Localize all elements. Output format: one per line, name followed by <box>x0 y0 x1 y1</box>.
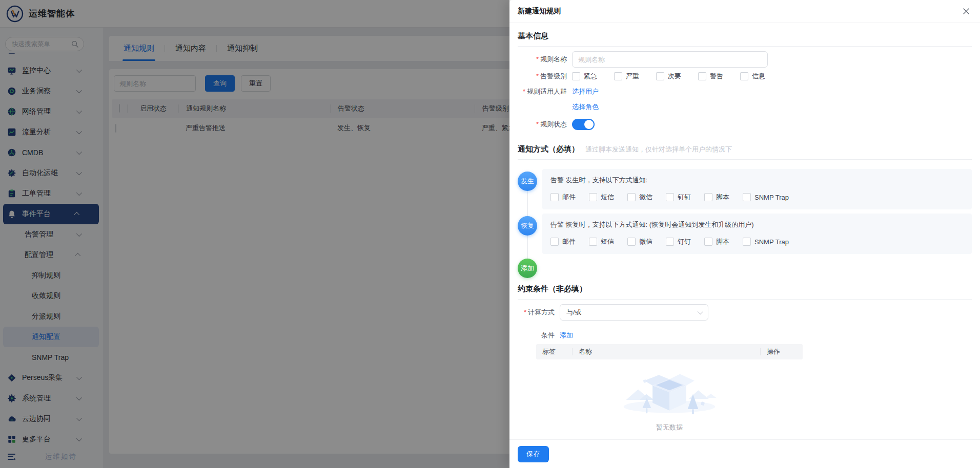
drawer-title: 新建通知规则 <box>518 7 561 16</box>
section-divider <box>518 46 972 47</box>
recover-channel-snmp-trap[interactable]: SNMP Trap <box>743 238 789 246</box>
recover-channels: 邮件 短信 微信 钉钉 脚本 SNMP Trap <box>550 237 964 246</box>
section-hint: 通过脚本发送通知，仅针对选择单个用户的情况下 <box>585 145 732 154</box>
required-mark: * <box>536 120 539 128</box>
add-condition-link[interactable]: 添加 <box>560 331 573 340</box>
checkbox-icon <box>589 238 597 246</box>
section-notify-method: 通知方式（必填） 通过脚本发送通知，仅针对选择单个用户的情况下 <box>518 144 972 154</box>
checkbox-icon <box>589 193 597 201</box>
required-mark: * <box>523 88 525 95</box>
occur-text: 告警 发生时，支持以下方式通知: <box>550 176 964 185</box>
alert-level-options: 紧急 严重 次要 警告 信息 <box>572 72 765 81</box>
occur-channel-sms[interactable]: 短信 <box>589 193 614 202</box>
condition-table: 标签 名称 操作 <box>536 344 803 432</box>
level-checkbox-warning[interactable]: 警告 <box>698 72 723 81</box>
checkbox-icon <box>743 193 751 201</box>
audience-row: *规则适用人群 选择用户 选择角色 <box>518 87 972 112</box>
select-value: 与/或 <box>566 308 582 317</box>
condition-table-header: 标签 名称 操作 <box>536 344 803 359</box>
close-icon[interactable] <box>961 6 972 17</box>
occur-channel-script[interactable]: 脚本 <box>704 193 729 202</box>
checkbox-icon <box>572 72 580 80</box>
drawer-footer: 保存 <box>509 439 980 468</box>
section-divider <box>518 299 972 300</box>
occur-block: 发生 告警 发生时，支持以下方式通知: 邮件 短信 微信 钉钉 脚本 SNMP … <box>518 169 972 209</box>
calc-method-row: *计算方式 与/或 <box>518 304 972 321</box>
checkbox-icon <box>656 72 664 80</box>
rule-state-row: *规则状态 <box>518 119 972 130</box>
section-constraints: 约束条件（非必填） <box>518 284 972 294</box>
occur-channel-dingtalk[interactable]: 钉钉 <box>666 193 691 202</box>
occur-channel-snmp-trap[interactable]: SNMP Trap <box>743 193 789 201</box>
col-name: 名称 <box>572 348 760 355</box>
section-title-text: 约束条件（非必填） <box>518 284 587 294</box>
recover-block: 恢复 告警 恢复时，支持以下方式通知: (恢复时会通知到发生和升级的用户) 邮件… <box>518 214 972 254</box>
empty-state: 暂无数据 <box>536 359 803 432</box>
required-mark: * <box>536 72 539 80</box>
section-title-text: 通知方式（必填） <box>518 144 579 154</box>
checkbox-icon <box>740 72 748 80</box>
audience-label: *规则适用人群 <box>518 87 572 96</box>
required-mark: * <box>536 55 539 63</box>
checkbox-icon <box>666 238 674 246</box>
occur-panel: 告警 发生时，支持以下方式通知: 邮件 短信 微信 钉钉 脚本 SNMP Tra… <box>542 169 972 209</box>
recover-channel-mail[interactable]: 邮件 <box>550 237 576 246</box>
recover-text: 告警 恢复时，支持以下方式通知: (恢复时会通知到发生和升级的用户) <box>550 220 964 229</box>
required-mark: * <box>524 308 526 316</box>
checkbox-icon <box>550 193 559 201</box>
checkbox-icon <box>550 238 559 246</box>
recover-badge: 恢复 <box>518 216 537 236</box>
alert-level-row: *告警级别 紧急 严重 次要 警告 信息 <box>518 72 972 81</box>
app-window: 运维智能体 监控中心 <box>0 0 980 468</box>
notify-methods: 发生 告警 发生时，支持以下方式通知: 邮件 短信 微信 钉钉 脚本 SNMP … <box>518 169 972 278</box>
alert-level-label: *告警级别 <box>518 72 572 81</box>
drawer-header: 新建通知规则 <box>509 0 980 23</box>
checkbox-icon <box>614 72 622 80</box>
col-tag: 标签 <box>536 348 572 355</box>
recover-channel-dingtalk[interactable]: 钉钉 <box>666 237 691 246</box>
occur-badge: 发生 <box>518 172 537 191</box>
occur-channel-wechat[interactable]: 微信 <box>627 193 652 202</box>
condition-label: 条件 <box>518 331 560 340</box>
add-notify-button[interactable]: 添加 <box>518 259 537 278</box>
chevron-down-icon <box>698 309 703 314</box>
section-title-text: 基本信息 <box>518 31 548 41</box>
save-button[interactable]: 保存 <box>518 446 549 462</box>
recover-channel-script[interactable]: 脚本 <box>704 237 729 246</box>
rule-state-toggle[interactable] <box>572 119 595 130</box>
drawer-body: 基本信息 *规则名称 *告警级别 紧急 严重 次要 警告 信息 *规则适用人群 <box>509 23 980 439</box>
empty-text: 暂无数据 <box>656 423 683 432</box>
checkbox-icon <box>627 193 636 201</box>
section-basic-info: 基本信息 <box>518 31 972 41</box>
rule-name-label: *规则名称 <box>518 55 572 64</box>
rule-state-label: *规则状态 <box>518 120 572 129</box>
recover-panel: 告警 恢复时，支持以下方式通知: (恢复时会通知到发生和升级的用户) 邮件 短信… <box>542 214 972 254</box>
recover-channel-wechat[interactable]: 微信 <box>627 237 652 246</box>
recover-channel-sms[interactable]: 短信 <box>589 237 614 246</box>
checkbox-icon <box>666 193 674 201</box>
level-checkbox-minor[interactable]: 次要 <box>656 72 681 81</box>
col-action: 操作 <box>760 348 803 355</box>
checkbox-icon <box>704 193 712 201</box>
occur-channels: 邮件 短信 微信 钉钉 脚本 SNMP Trap <box>550 193 964 202</box>
level-checkbox-info[interactable]: 信息 <box>740 72 765 81</box>
section-divider <box>518 159 972 160</box>
empty-box-illustration <box>613 361 726 424</box>
level-checkbox-critical[interactable]: 严重 <box>614 72 639 81</box>
audience-links: 选择用户 选择角色 <box>572 87 599 112</box>
rule-name-input[interactable] <box>572 51 768 68</box>
select-role-link[interactable]: 选择角色 <box>572 102 599 112</box>
occur-channel-mail[interactable]: 邮件 <box>550 193 576 202</box>
level-checkbox-urgent[interactable]: 紧急 <box>572 72 597 81</box>
new-rule-drawer: 新建通知规则 基本信息 *规则名称 *告警级别 紧急 严重 次要 <box>509 0 980 468</box>
calc-method-label: *计算方式 <box>518 308 560 317</box>
calc-method-select[interactable]: 与/或 <box>560 304 708 321</box>
condition-row: 条件 添加 <box>518 331 972 340</box>
select-user-link[interactable]: 选择用户 <box>572 87 599 96</box>
checkbox-icon <box>743 238 751 246</box>
rule-name-row: *规则名称 <box>518 51 972 68</box>
checkbox-icon <box>704 238 712 246</box>
modal-overlay[interactable] <box>0 0 509 468</box>
checkbox-icon <box>698 72 706 80</box>
checkbox-icon <box>627 238 636 246</box>
